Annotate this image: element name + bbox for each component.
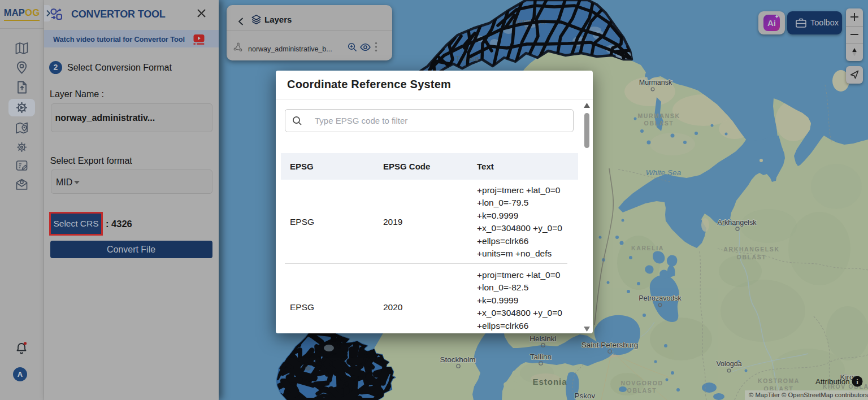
svg-text:Murmansk: Murmansk [639,79,672,86]
svg-text:OBLAST: OBLAST [644,120,674,127]
svg-text:MURMANSK: MURMANSK [637,112,680,119]
svg-text:Helsinki: Helsinki [530,334,556,343]
svg-text:NOVGOROD: NOVGOROD [620,380,663,386]
svg-text:KOSTROMA: KOSTROMA [758,377,800,384]
svg-text:i: i [856,377,858,386]
svg-text:ARKHANGELSK: ARKHANGELSK [723,246,779,253]
svg-text:OBLAST: OBLAST [737,254,767,260]
svg-text:Pskov: Pskov [575,392,596,400]
svg-text:Saint Petersburg: Saint Petersburg [581,341,639,349]
svg-text:Estonia: Estonia [532,377,567,386]
svg-text:KARELIA: KARELIA [631,245,664,251]
svg-text:Arkhangelsk: Arkhangelsk [718,219,757,227]
svg-text:Petrozavodsk: Petrozavodsk [639,294,682,302]
svg-text:White Sea: White Sea [646,168,682,177]
svg-text:Vologda: Vologda [716,360,741,368]
svg-text:Stockholm: Stockholm [440,355,475,364]
svg-text:Tallinn: Tallinn [530,353,552,361]
svg-text:OBLAST: OBLAST [627,387,657,394]
